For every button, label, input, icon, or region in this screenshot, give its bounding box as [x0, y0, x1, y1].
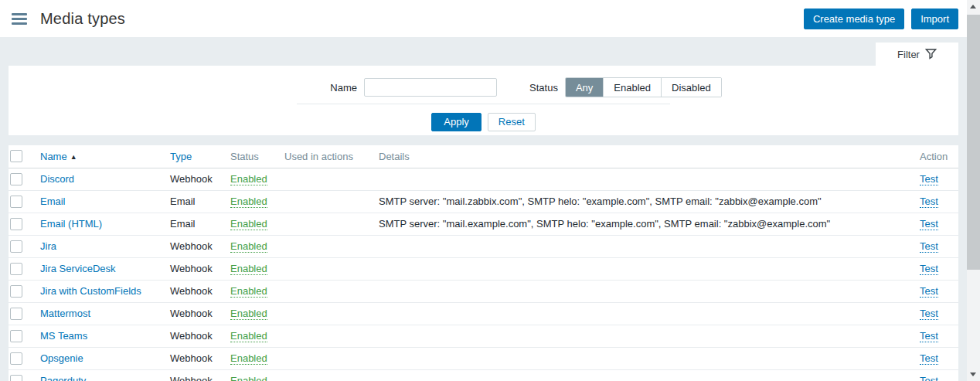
name-label: Name: [330, 82, 357, 94]
filter-funnel-icon: [925, 48, 937, 62]
action-cell: Test: [916, 369, 958, 381]
action-cell: Test: [916, 325, 958, 347]
row-checkbox[interactable]: [10, 173, 22, 185]
test-link[interactable]: Test: [920, 263, 938, 275]
test-link[interactable]: Test: [920, 375, 938, 381]
status-toggle-link[interactable]: Enabled: [230, 330, 267, 342]
table-header-row: Name▲ Type Status Used in actions Detail…: [9, 145, 958, 168]
status-toggle-link[interactable]: Enabled: [230, 240, 267, 253]
status-toggle-link[interactable]: Enabled: [230, 352, 267, 365]
table-row: OpsgenieWebhookEnabledTest: [9, 347, 958, 369]
create-media-type-button[interactable]: Create media type: [804, 9, 904, 29]
hamburger-menu-icon[interactable]: [12, 13, 27, 25]
row-checkbox[interactable]: [10, 240, 22, 253]
media-table-body: DiscordWebhookEnabledTestEmailEmailEnabl…: [9, 168, 958, 381]
row-checkbox[interactable]: [10, 285, 22, 298]
status-toggle-link[interactable]: Enabled: [230, 375, 267, 381]
row-checkbox[interactable]: [10, 375, 22, 381]
status-option-disabled[interactable]: Disabled: [661, 78, 721, 97]
media-type-link[interactable]: Mattermost: [40, 308, 90, 319]
filter-panel: Name Status AnyEnabledDisabled Apply Res…: [9, 66, 958, 135]
table-row: JiraWebhookEnabledTest: [9, 235, 958, 257]
media-type-link[interactable]: Email (HTML): [40, 218, 102, 230]
test-link[interactable]: Test: [920, 173, 938, 185]
test-link[interactable]: Test: [920, 218, 938, 230]
row-checkbox-cell: [9, 325, 36, 347]
row-checkbox[interactable]: [10, 218, 22, 230]
name-cell: MS Teams: [36, 325, 166, 347]
filter-form: Name Status AnyEnabledDisabled: [51, 66, 967, 97]
used-in-actions-cell: [281, 369, 375, 381]
reset-button[interactable]: Reset: [488, 113, 536, 131]
row-checkbox-cell: [9, 235, 36, 257]
media-type-link[interactable]: Opsgenie: [40, 352, 83, 364]
type-cell: Webhook: [166, 257, 226, 280]
details-cell: [375, 280, 916, 302]
status-label: Status: [529, 82, 558, 94]
used-in-actions-cell: [281, 235, 375, 257]
row-checkbox[interactable]: [10, 196, 22, 208]
status-cell: Enabled: [226, 213, 281, 235]
test-link[interactable]: Test: [920, 285, 938, 298]
media-type-link[interactable]: Discord: [40, 173, 74, 185]
row-checkbox[interactable]: [10, 352, 22, 365]
test-link[interactable]: Test: [920, 330, 938, 342]
scroll-down-arrow-icon: [970, 372, 976, 376]
scroll-up-arrow-icon: [970, 5, 976, 9]
table-row: Jira with CustomFieldsWebhookEnabledTest: [9, 280, 958, 302]
row-checkbox[interactable]: [10, 330, 22, 342]
row-checkbox-cell: [9, 302, 36, 325]
details-cell: [375, 257, 916, 280]
scrollbar-thumb[interactable]: [967, 15, 980, 270]
filter-tab[interactable]: Filter: [876, 43, 958, 66]
column-header-type[interactable]: Type: [170, 151, 192, 162]
test-link[interactable]: Test: [920, 240, 938, 253]
status-option-enabled[interactable]: Enabled: [603, 78, 661, 97]
status-toggle-link[interactable]: Enabled: [230, 285, 267, 298]
type-cell: Webhook: [166, 280, 226, 302]
used-in-actions-cell: [281, 302, 375, 325]
name-cell: Pagerduty: [36, 369, 166, 381]
scroll-down-button[interactable]: [967, 368, 980, 381]
status-cell: Enabled: [226, 257, 281, 280]
action-cell: Test: [916, 235, 958, 257]
type-cell: Webhook: [166, 302, 226, 325]
media-type-link[interactable]: Jira ServiceDesk: [40, 263, 116, 274]
status-toggle-link[interactable]: Enabled: [230, 263, 267, 275]
action-cell: Test: [916, 257, 958, 280]
scroll-up-button[interactable]: [967, 0, 980, 13]
test-link[interactable]: Test: [920, 308, 938, 320]
action-cell: Test: [916, 280, 958, 302]
test-link[interactable]: Test: [920, 352, 938, 365]
media-type-link[interactable]: Pagerduty: [40, 375, 86, 381]
test-link[interactable]: Test: [920, 196, 938, 208]
details-cell: SMTP server: "mail.zabbix.com", SMTP hel…: [375, 190, 916, 213]
media-type-link[interactable]: Jira with CustomFields: [40, 285, 141, 297]
page-title: Media types: [40, 10, 125, 28]
status-toggle-link[interactable]: Enabled: [230, 173, 267, 185]
row-checkbox[interactable]: [10, 263, 22, 275]
action-cell: Test: [916, 302, 958, 325]
media-type-link[interactable]: Jira: [40, 240, 56, 252]
status-option-any[interactable]: Any: [566, 78, 603, 97]
status-toggle-link[interactable]: Enabled: [230, 218, 267, 230]
name-input[interactable]: [364, 78, 497, 97]
vertical-scrollbar[interactable]: [967, 0, 980, 381]
row-checkbox-cell: [9, 257, 36, 280]
status-toggle-link[interactable]: Enabled: [230, 196, 267, 208]
status-segmented-control: AnyEnabledDisabled: [565, 77, 722, 97]
status-cell: Enabled: [226, 325, 281, 347]
column-header-name[interactable]: Name: [40, 151, 67, 162]
action-cell: Test: [916, 213, 958, 235]
media-types-table: Name▲ Type Status Used in actions Detail…: [9, 145, 958, 381]
media-type-link[interactable]: MS Teams: [40, 330, 87, 342]
import-button[interactable]: Import: [911, 9, 958, 29]
details-cell: [375, 235, 916, 257]
status-toggle-link[interactable]: Enabled: [230, 308, 267, 320]
type-cell: Webhook: [166, 235, 226, 257]
apply-button[interactable]: Apply: [431, 113, 481, 131]
media-type-link[interactable]: Email: [40, 196, 66, 207]
name-cell: Mattermost: [36, 302, 166, 325]
row-checkbox[interactable]: [10, 308, 22, 320]
select-all-checkbox[interactable]: [10, 150, 22, 162]
